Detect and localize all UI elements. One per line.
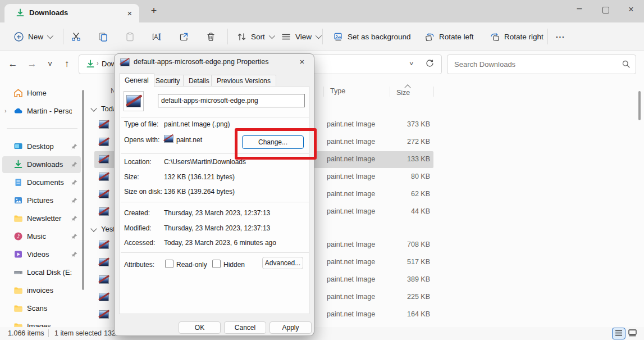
field-value: C:\Users\Martin\Downloads	[164, 158, 246, 166]
file-type: paint.net Image	[327, 190, 375, 198]
thumbnail-view-toggle[interactable]	[626, 328, 638, 339]
address-dropdown-icon[interactable]: ˅	[409, 60, 414, 68]
refresh-icon[interactable]	[425, 58, 435, 70]
paintnet-file-icon	[99, 310, 109, 319]
more-options-button[interactable]: ···	[551, 27, 570, 46]
sidebar-scrollbar[interactable]	[82, 90, 84, 290]
sidebar-separator	[7, 128, 77, 129]
field-label: Modified:	[124, 224, 152, 232]
dialog-close-icon[interactable]: ×	[295, 55, 309, 69]
file-size: 62 KB	[411, 190, 430, 198]
file-type: paint.net Image	[327, 138, 375, 146]
advanced-button[interactable]: Advanced...	[262, 257, 303, 269]
up-icon[interactable]: ↑	[58, 56, 75, 72]
item-count: 1.066 items	[8, 329, 44, 337]
hidden-checkbox[interactable]	[212, 260, 221, 268]
plus-icon	[13, 31, 24, 42]
file-size: 272 KB	[407, 138, 430, 146]
apply-button[interactable]: Apply	[270, 321, 312, 334]
search-icon[interactable]	[622, 60, 631, 70]
copy-button[interactable]	[93, 27, 113, 46]
rotate-left-button[interactable]: Rotate left	[420, 27, 478, 46]
sidebar-item-videos[interactable]: Videos	[2, 246, 81, 263]
paintnet-app-icon	[164, 135, 173, 143]
column-header-type[interactable]: Type	[330, 87, 345, 95]
tab-downloads[interactable]: Downloads ×	[4, 4, 139, 22]
rotate-left-icon	[424, 31, 435, 42]
maximize-icon[interactable]	[593, 0, 619, 20]
sidebar-item-desktop[interactable]: Desktop	[2, 138, 81, 155]
sidebar-item-label: Downloads	[27, 160, 72, 169]
ok-button[interactable]: OK	[179, 321, 221, 334]
view-button[interactable]: View	[276, 27, 325, 46]
pin-icon	[70, 179, 78, 187]
sidebar-item-onedrive[interactable]: › Martin - Personal	[2, 103, 81, 120]
sidebar-item-invoices[interactable]: invoices	[2, 282, 81, 299]
tab-close-icon[interactable]: ×	[124, 7, 136, 20]
file-size: 373 KB	[407, 120, 430, 128]
sidebar-item-local-disk-e[interactable]: Local Disk (E:)	[2, 264, 81, 281]
sidebar-item-label: Newsletter	[27, 214, 72, 223]
details-view-toggle[interactable]	[613, 328, 625, 339]
expand-chevron-icon[interactable]: ›	[4, 107, 11, 114]
sidebar-item-documents[interactable]: Documents	[2, 174, 81, 191]
tab-security[interactable]: Security	[150, 75, 185, 87]
chevron-down-icon	[269, 33, 275, 39]
field-label: Opens with:	[124, 136, 159, 144]
field-label: Location:	[124, 158, 152, 166]
sidebar-item-label: Music	[27, 232, 72, 241]
delete-button[interactable]	[201, 27, 221, 46]
file-type: paint.net Image	[327, 310, 375, 318]
sidebar-item-scans[interactable]: Scans	[2, 300, 81, 317]
list-scrollbar[interactable]	[638, 91, 641, 120]
cancel-button[interactable]: Cancel	[224, 321, 266, 334]
tab-general[interactable]: General	[119, 73, 154, 87]
file-size: 225 KB	[407, 293, 430, 301]
field-label: Size:	[124, 173, 139, 181]
toolbar: New A	[0, 22, 644, 51]
paste-button[interactable]	[120, 27, 140, 46]
drive-icon	[13, 268, 23, 277]
pictures-icon	[13, 196, 23, 205]
close-icon[interactable]: ×	[618, 0, 644, 20]
sidebar-item-music[interactable]: ♪ Music	[2, 228, 81, 245]
sidebar-item-downloads[interactable]: Downloads	[2, 156, 81, 173]
rotate-left-label: Rotate left	[439, 33, 474, 41]
rotate-right-button[interactable]: Rotate right	[485, 27, 548, 46]
sort-icon	[236, 31, 247, 42]
file-type: paint.net Image	[327, 173, 375, 180]
sidebar-item-newsletter[interactable]: Newsletter	[2, 210, 81, 227]
back-icon[interactable]: ←	[4, 56, 21, 72]
readonly-checkbox[interactable]	[165, 260, 173, 268]
filename-input[interactable]	[158, 94, 305, 107]
tab-details[interactable]: Details	[183, 75, 215, 87]
sidebar-item-pictures[interactable]: Pictures	[2, 192, 81, 209]
search-input[interactable]	[453, 57, 613, 71]
pin-icon	[70, 233, 78, 241]
recent-locations-icon[interactable]: ˅	[42, 56, 58, 72]
forward-icon[interactable]: →	[24, 56, 40, 72]
file-type: paint.net Image	[327, 293, 375, 301]
more-icon: ···	[556, 33, 565, 41]
rotate-right-label: Rotate right	[504, 33, 543, 41]
new-button[interactable]: New	[9, 27, 56, 46]
chevron-down-icon	[316, 33, 322, 39]
videos-icon	[13, 250, 23, 259]
minimize-icon[interactable]: –	[567, 0, 592, 20]
cut-button[interactable]	[66, 27, 86, 46]
sort-label: Sort	[251, 33, 265, 41]
navigation-row: ← → ˅ ↑ › Downloads ˅	[0, 51, 644, 82]
field-value: Today, 23 March 2023, 6 minutes ago	[164, 239, 276, 247]
folder-icon	[13, 303, 23, 313]
pin-icon	[70, 251, 78, 259]
new-tab-icon[interactable]: +	[147, 4, 161, 18]
sort-button[interactable]: Sort	[232, 27, 278, 46]
set-as-background-label: Set as background	[348, 33, 411, 41]
tab-previous-versions[interactable]: Previous Versions	[211, 75, 276, 87]
share-button[interactable]	[174, 27, 194, 46]
rename-button[interactable]: A	[147, 27, 167, 46]
sidebar-item-label: Scans	[27, 304, 72, 312]
set-as-background-button[interactable]: Set as background	[328, 27, 415, 46]
paintnet-file-icon	[99, 138, 109, 146]
paintnet-file-icon	[99, 275, 109, 284]
